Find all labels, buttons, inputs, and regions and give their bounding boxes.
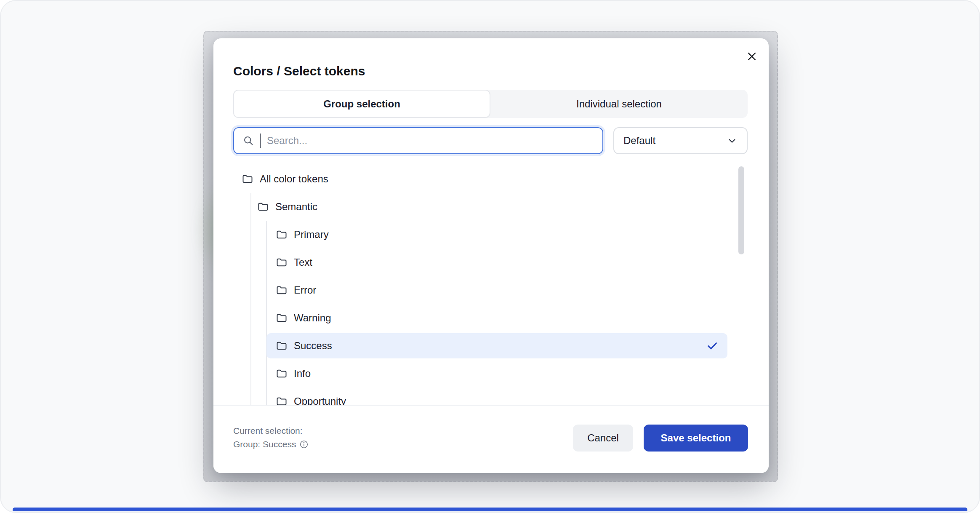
folder-icon — [276, 395, 288, 405]
tree-item-label: Error — [294, 284, 316, 296]
folder-icon — [257, 201, 269, 213]
tree-item-label: Primary — [294, 229, 329, 240]
current-selection-value: Group: Success — [233, 438, 296, 451]
tree-item-label: Text — [294, 256, 312, 268]
close-icon — [745, 50, 759, 63]
tree-item-opportunity[interactable]: Opportunity — [213, 387, 769, 405]
tree-item-info[interactable]: Info — [213, 360, 769, 387]
tree-item-label: Semantic — [275, 201, 317, 213]
app-canvas: Colors / Select tokens Group selection I… — [0, 0, 980, 513]
folder-icon — [276, 229, 288, 240]
search-icon — [242, 135, 254, 147]
dropdown-value: Default — [623, 135, 655, 147]
tab-group-selection[interactable]: Group selection — [233, 90, 490, 118]
tree-item-label: Warning — [294, 312, 331, 324]
tree-item-semantic[interactable]: Semantic — [213, 193, 769, 221]
filter-dropdown[interactable]: Default — [613, 127, 748, 154]
tree-item-text[interactable]: Text — [213, 248, 769, 276]
tree-item-label: Success — [294, 340, 332, 352]
check-icon — [706, 339, 719, 352]
info-icon — [299, 440, 309, 449]
token-tree: All color tokens Semantic Primary Text E… — [213, 165, 769, 405]
bottom-accent-bar — [13, 508, 967, 511]
folder-icon — [276, 368, 288, 379]
tree-item-label: All color tokens — [260, 173, 328, 185]
dialog-footer: Current selection: Group: Success Cancel… — [213, 405, 769, 473]
current-selection-label: Current selection: — [233, 424, 309, 438]
tree-item-warning[interactable]: Warning — [213, 304, 769, 332]
tab-individual-selection[interactable]: Individual selection — [490, 90, 748, 118]
tree-item-label: Info — [294, 368, 311, 379]
folder-icon — [276, 340, 288, 352]
search-box[interactable] — [233, 127, 603, 154]
tree-item-success[interactable]: Success — [213, 332, 769, 360]
scrollbar-thumb[interactable] — [738, 166, 744, 254]
cancel-button[interactable]: Cancel — [573, 425, 633, 452]
folder-icon — [276, 284, 288, 296]
select-tokens-dialog: Colors / Select tokens Group selection I… — [213, 38, 769, 473]
folder-icon — [276, 256, 288, 268]
search-input[interactable] — [266, 135, 594, 147]
tab-bar: Group selection Individual selection — [233, 90, 748, 118]
save-selection-button[interactable]: Save selection — [644, 425, 748, 452]
tree-item-all-color-tokens[interactable]: All color tokens — [213, 165, 769, 193]
close-button[interactable] — [742, 47, 762, 66]
tree-item-error[interactable]: Error — [213, 276, 769, 304]
folder-icon — [276, 312, 288, 324]
tree-item-label: Opportunity — [294, 395, 346, 405]
folder-icon — [242, 173, 253, 185]
tree-item-primary[interactable]: Primary — [213, 221, 769, 248]
text-caret — [260, 134, 261, 148]
dialog-title: Colors / Select tokens — [233, 64, 365, 78]
chevron-down-icon — [727, 135, 738, 146]
current-selection: Current selection: Group: Success — [233, 424, 309, 451]
